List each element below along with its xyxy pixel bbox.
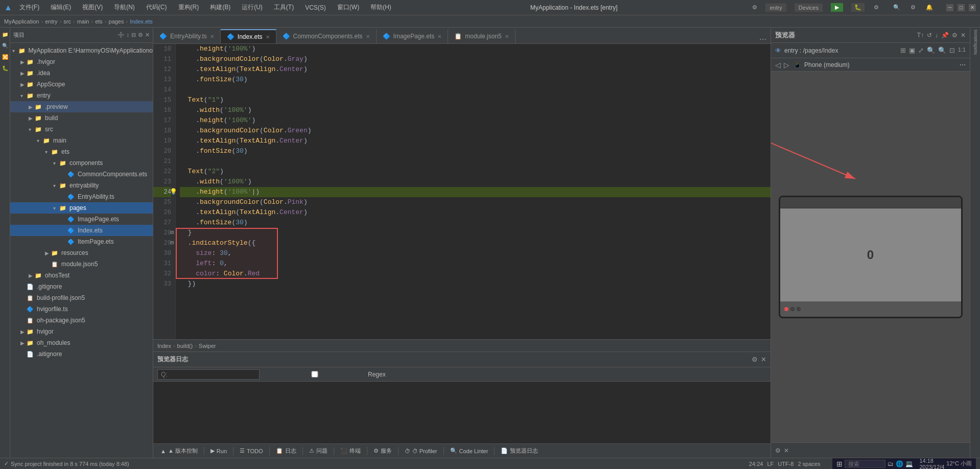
taskbar-vscode[interactable]: 💻 [905,460,913,467]
bottom-tb-profiler[interactable]: ⏱ ⏱ Profiler [402,447,440,455]
tree-item-ets[interactable]: ▾ 📁 ets [10,146,153,157]
entry-dropdown[interactable]: entry [765,4,786,12]
code-breadcrumb-item-2[interactable]: Swiper [199,343,216,349]
menu-nav[interactable]: 导航(N) [110,2,139,13]
code-breadcrumb-item-1[interactable]: build() [177,343,193,349]
bottom-tb-version[interactable]: ▲ ▲ 版本控制 [157,446,201,456]
regex-checkbox[interactable] [264,371,366,378]
sidebar-icon-sort[interactable]: ↕ [127,32,130,38]
menu-help[interactable]: 帮助(H) [366,2,395,13]
menu-tools[interactable]: 工具(T) [270,2,298,13]
tree-item-preview[interactable]: ▶ 📁 .preview [10,101,153,112]
menu-view[interactable]: 视图(V) [78,2,107,13]
status-position[interactable]: 24:24 [749,461,763,467]
taskbar-search[interactable] [845,460,885,468]
menu-file[interactable]: 文件(F) [15,2,43,13]
bottom-tb-todo[interactable]: ☰ TODO [237,447,266,455]
nav-dot-0[interactable] [784,307,788,311]
notifications-tab[interactable]: Notifications [973,30,978,55]
code-breadcrumb-item-0[interactable]: Index [157,343,171,349]
menu-run[interactable]: 运行(U) [238,2,267,13]
tab-imagepage[interactable]: 🔷 ImagePage.ets ✕ [377,29,449,43]
status-lineending[interactable]: LF [767,461,774,467]
tab-modulejson[interactable]: 📋 module.json5 ✕ [448,29,515,43]
sidebar-icon-add[interactable]: ➕ [118,32,125,38]
bottom-tb-previewerlog[interactable]: 📄 预览器日志 [498,446,541,456]
debug-button[interactable]: 🐛 [851,3,865,12]
panel-icon-2[interactable]: 🔀 [1,52,10,61]
tree-item-idea[interactable]: ▶ 📁 .idea [10,67,153,79]
device-next-icon[interactable]: ▷ [784,61,789,69]
bottom-tb-services[interactable]: ⚙ 服务 [370,446,395,456]
breadcrumb-item-0[interactable]: MyApplication [4,18,39,25]
tree-item-imagepage[interactable]: ▶ 🔷 ImagePage.ets [10,214,153,225]
sidebar-icon-gear[interactable]: ⚙ [138,32,143,38]
tree-item-main[interactable]: ▾ 📁 main [10,135,153,146]
tree-item-entryability[interactable]: ▾ 📁 entryability [10,180,153,191]
menu-build[interactable]: 构建(B) [206,2,235,13]
menu-vcs[interactable]: VCS(S) [301,3,330,12]
previewer-icon-3[interactable]: ↓ [935,32,938,39]
tree-item-hvigorfile[interactable]: ▶ 🔷 hvigorfile.ts [10,303,153,315]
pb-icon-2[interactable]: ✕ [784,447,789,454]
sidebar-icon-collapse[interactable]: ⊟ [131,32,136,38]
previewer-icon-5[interactable]: ⚙ [952,32,958,39]
run-button[interactable]: ▶ [831,3,843,12]
tab-more[interactable]: ⋯ [755,35,771,43]
preview-zoom-in-icon[interactable]: 🔍 [927,46,935,54]
nav-dot-2[interactable] [797,307,801,311]
bottom-tb-log[interactable]: 📋 日志 [273,446,299,456]
more-run-options[interactable]: ⚙ [871,3,882,12]
tree-item-pages[interactable]: ▾ 📁 pages [10,202,153,214]
tree-item-myapp[interactable]: ▾ 📁 MyApplication E:\HarmonyOS\MyApplica… [10,45,153,56]
breadcrumb-item-3[interactable]: main [77,18,89,25]
preview-grid-icon[interactable]: ⊞ [900,46,906,54]
device-more-icon[interactable]: ⋯ [960,61,966,68]
tab-close-index[interactable]: ✕ [266,34,270,40]
tree-item-resources[interactable]: ▶ 📁 resources [10,247,153,259]
tree-item-entry[interactable]: ▾ 📁 entry [10,90,153,101]
settings-icon[interactable]: ⚙ [752,4,757,11]
tree-item-ohpackage[interactable]: ▶ 📋 oh-package.json5 [10,315,153,326]
minimize-button[interactable]: ─ [946,4,953,11]
preview-fit-icon[interactable]: ⊡ [949,46,955,54]
search-btn[interactable]: 🔍 [890,3,903,12]
win-logo-icon[interactable]: ⊞ [836,460,843,468]
nav-dot-1[interactable] [790,307,795,311]
menu-refactor[interactable]: 重构(R) [174,2,203,13]
breadcrumb-item-4[interactable]: ets [95,18,103,25]
tree-item-itempage[interactable]: ▶ 🔷 ItemPage.ets [10,236,153,247]
menu-window[interactable]: 窗口(W) [333,2,363,13]
tree-item-modulejson5[interactable]: ▶ 📋 module.json5 [10,259,153,270]
previewer-icon-2[interactable]: ↺ [927,32,932,39]
tree-item-ohmodules[interactable]: ▶ 📁 oh_modules [10,337,153,348]
tab-close-modulejson[interactable]: ✕ [505,34,509,39]
breadcrumb-item-2[interactable]: src [63,18,71,25]
tab-close-entryability[interactable]: ✕ [210,34,214,39]
preview-zoom-out-icon[interactable]: 🔍 [938,46,946,54]
device-back-icon[interactable]: ◁ [775,61,781,69]
previewer-icon-1[interactable]: T↑ [917,32,924,39]
tab-index[interactable]: 🔷 Index.ets ✕ [221,29,276,43]
tree-item-build[interactable]: ▶ 📁 build [10,112,153,124]
breadcrumb-item-5[interactable]: pages [109,18,124,25]
bottom-tb-codelinter[interactable]: 🔍 Code Linter [447,447,492,455]
pb-icon-1[interactable]: ⚙ [775,447,781,454]
settings-btn[interactable]: ⚙ [907,3,919,12]
preview-single-icon[interactable]: ▣ [909,46,915,54]
sidebar-icon-close[interactable]: ✕ [145,32,150,38]
log-search-input[interactable] [157,369,260,380]
status-indentation[interactable]: 2 spaces [798,461,820,467]
panel-icon-3[interactable]: 🐛 [1,63,10,73]
bottom-tb-terminal[interactable]: ⬛ 终端 [337,446,364,456]
taskbar-explorer[interactable]: 🗂 [888,460,894,467]
tree-item-hvigor[interactable]: ▶ 📁 .hvigor [10,56,153,67]
bottom-panel-settings-icon[interactable]: ⚙ [752,356,758,363]
taskbar-browser[interactable]: 🌐 [896,460,903,467]
previewer-icon-4[interactable]: 📌 [941,32,949,39]
close-button[interactable]: ✕ [969,4,976,11]
bottom-tb-run[interactable]: ▶ Run [207,447,230,455]
tree-item-entryability-ts[interactable]: ▶ 🔷 EntryAbility.ts [10,191,153,202]
previewer-icon-6[interactable]: ✕ [961,32,966,39]
tree-item-hvigor2[interactable]: ▶ 📁 hvigor [10,326,153,337]
